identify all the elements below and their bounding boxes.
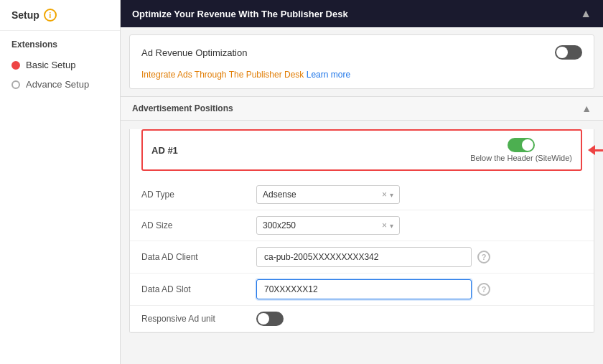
responsive-ad-unit-label: Responsive Ad unit xyxy=(141,314,256,324)
ad-size-clear[interactable]: × xyxy=(382,220,387,230)
data-ad-slot-label: Data AD Slot xyxy=(141,284,256,294)
advance-setup-label: Advance Setup xyxy=(26,79,89,90)
ad-size-row: AD Size 300x250 × ▾ xyxy=(130,210,594,241)
ad-size-control: 300x250 × ▾ xyxy=(256,216,472,235)
ad-type-row: AD Type Adsense × ▾ xyxy=(130,179,594,210)
learn-more-link[interactable]: Learn more xyxy=(307,70,350,80)
ad1-row: AD #1 Below the Header (SiteWide) xyxy=(141,129,582,171)
data-ad-client-row: Data AD Client ? xyxy=(130,241,594,274)
ad-size-value: 300x250 xyxy=(263,220,296,230)
ad-size-label: AD Size xyxy=(141,220,256,230)
data-ad-slot-control: ? xyxy=(256,279,490,299)
ad-revenue-label: Ad Revenue Optimization xyxy=(141,47,543,58)
sidebar: Setup i Extensions Basic Setup Advance S… xyxy=(0,0,121,364)
ad-size-chevron: ▾ xyxy=(390,222,393,230)
ad-type-clear[interactable]: × xyxy=(382,190,387,200)
ad-type-label: AD Type xyxy=(141,190,256,200)
ad1-toggle[interactable] xyxy=(508,138,535,152)
responsive-ad-unit-toggle-knob xyxy=(258,313,269,325)
data-ad-slot-row: Data AD Slot ? xyxy=(130,274,594,306)
sidebar-item-advance-setup[interactable]: Advance Setup xyxy=(0,75,120,94)
radio-advance-setup xyxy=(11,80,20,89)
ad-size-select[interactable]: 300x250 × ▾ xyxy=(256,216,400,235)
ad1-toggle-col: Below the Header (SiteWide) xyxy=(470,138,572,162)
ad1-toggle-knob xyxy=(522,139,533,151)
sidebar-item-basic-setup[interactable]: Basic Setup xyxy=(0,55,120,75)
arrow-head xyxy=(588,145,595,155)
top-banner: Optimize Your Revenue With The Publisher… xyxy=(121,0,603,27)
setup-title: Setup xyxy=(11,9,39,21)
data-ad-client-help[interactable]: ? xyxy=(477,251,490,263)
data-ad-client-input[interactable] xyxy=(256,247,472,267)
ad1-position-label: Below the Header (SiteWide) xyxy=(470,154,572,162)
banner-title: Optimize Your Revenue With The Publisher… xyxy=(132,9,348,19)
data-ad-client-label: Data AD Client xyxy=(141,252,256,262)
advertisement-positions-label: Advertisement Positions xyxy=(132,103,233,113)
ad-type-value: Adsense xyxy=(263,190,296,200)
ad-revenue-toggle[interactable] xyxy=(555,45,582,60)
data-ad-client-control: ? xyxy=(256,247,490,267)
responsive-ad-unit-toggle[interactable] xyxy=(256,312,284,326)
ad-revenue-row: Ad Revenue Optimization xyxy=(130,35,594,70)
main-content: Optimize Your Revenue With The Publisher… xyxy=(121,0,603,364)
ad1-label: AD #1 xyxy=(151,145,470,156)
extensions-label: Extensions xyxy=(0,31,120,55)
responsive-ad-unit-row: Responsive Ad unit xyxy=(130,306,594,332)
ad-positions-card: AD #1 Below the Header (SiteWide) AD Typ… xyxy=(129,129,594,333)
red-arrow xyxy=(589,145,603,155)
ad-type-chevron: ▾ xyxy=(390,191,393,199)
banner-close-button[interactable]: ▲ xyxy=(580,7,592,20)
ad-revenue-toggle-knob xyxy=(556,47,568,58)
arrow-line xyxy=(595,149,603,151)
ad-type-select[interactable]: Adsense × ▾ xyxy=(256,185,400,204)
integrate-text: Integrate Ads Through The Publisher Desk… xyxy=(130,70,594,88)
advertisement-positions-header: Advertisement Positions ▲ xyxy=(121,96,603,121)
radio-basic-setup xyxy=(11,61,20,70)
collapse-arrow[interactable]: ▲ xyxy=(581,103,592,114)
ad-revenue-card: Ad Revenue Optimization Integrate Ads Th… xyxy=(129,34,594,89)
data-ad-slot-input[interactable] xyxy=(256,279,472,299)
basic-setup-label: Basic Setup xyxy=(26,60,75,70)
sidebar-header: Setup i xyxy=(0,9,120,31)
data-ad-slot-help[interactable]: ? xyxy=(477,283,490,296)
info-icon[interactable]: i xyxy=(44,9,57,22)
ad-type-control: Adsense × ▾ xyxy=(256,185,472,204)
